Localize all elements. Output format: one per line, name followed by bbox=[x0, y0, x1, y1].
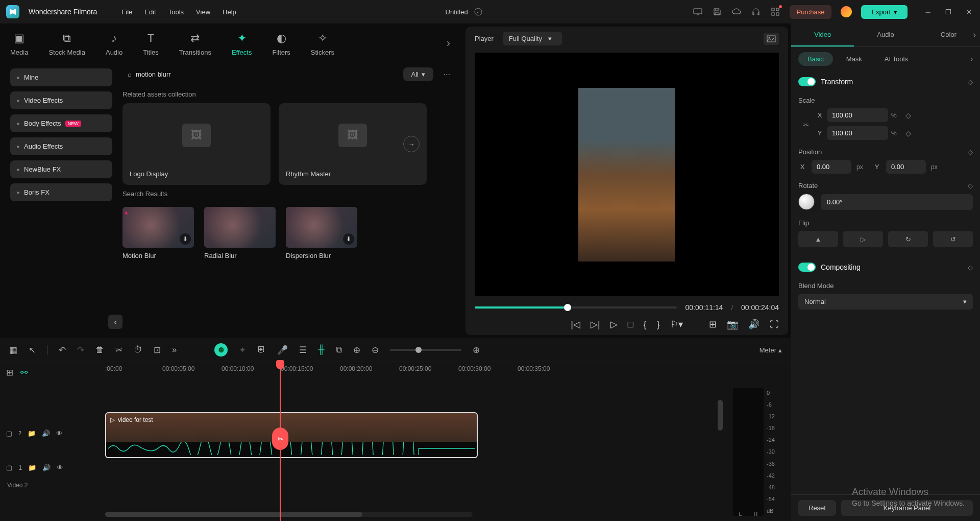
eye-icon[interactable]: 👁 bbox=[56, 430, 63, 437]
speaker-icon[interactable]: 🔊 bbox=[42, 464, 51, 471]
crop-icon[interactable]: ⊡ bbox=[154, 345, 161, 356]
keyframe-icon[interactable]: ◇ bbox=[905, 111, 911, 120]
mark-out-icon[interactable]: } bbox=[657, 319, 660, 330]
marker-icon[interactable]: ⚐▾ bbox=[670, 319, 683, 330]
menu-edit[interactable]: Edit bbox=[144, 8, 156, 16]
playhead[interactable]: ✂ bbox=[280, 362, 281, 521]
menu-file[interactable]: File bbox=[121, 8, 132, 16]
timeline-vscroll[interactable] bbox=[718, 400, 723, 431]
video-viewport[interactable] bbox=[475, 53, 779, 296]
card-next-icon[interactable]: → bbox=[403, 136, 420, 152]
meter-toggle[interactable]: Meter ▴ bbox=[760, 346, 782, 354]
subtab-next-icon[interactable]: › bbox=[971, 55, 973, 63]
result-dispersion-blur[interactable]: ⬇ Dispersion Blur bbox=[286, 207, 357, 259]
track-header-v2[interactable]: ▢2 📁 🔊 👁 bbox=[0, 408, 102, 458]
folder-icon[interactable]: 📁 bbox=[28, 430, 36, 437]
card-rhythm-master[interactable]: 🖼 Rhythm Master → bbox=[279, 103, 427, 185]
overlap-icon[interactable]: ⧉ bbox=[336, 345, 342, 355]
ribbon-next-icon[interactable]: › bbox=[447, 37, 450, 50]
lock-icon[interactable]: ⫘ bbox=[802, 121, 808, 128]
keyframe-icon[interactable]: ◇ bbox=[968, 148, 973, 156]
split-button[interactable]: ✂ bbox=[272, 428, 288, 450]
sidebar-newblue[interactable]: ▸NewBlue FX bbox=[10, 160, 112, 178]
transform-toggle[interactable] bbox=[798, 77, 816, 86]
fullscreen-icon[interactable]: ⛶ bbox=[770, 319, 779, 330]
thumbnail-icon[interactable] bbox=[764, 33, 779, 45]
purchase-button[interactable]: Purchase bbox=[790, 5, 832, 19]
delete-icon[interactable]: 🗑 bbox=[95, 345, 104, 355]
sidebar-collapse[interactable]: ‹ bbox=[108, 315, 122, 329]
pos-x-input[interactable] bbox=[812, 160, 851, 174]
link-icon[interactable]: ⚯ bbox=[20, 367, 28, 378]
sidebar-body-effects[interactable]: ▸Body EffectsNEW bbox=[10, 114, 112, 132]
menu-view[interactable]: View bbox=[196, 8, 210, 16]
folder-icon[interactable]: 📁 bbox=[28, 464, 36, 471]
display-icon[interactable] bbox=[693, 7, 703, 17]
sidebar-boris[interactable]: ▸Boris FX bbox=[10, 183, 112, 201]
speed-icon[interactable]: ⏱ bbox=[134, 345, 142, 355]
speaker-icon[interactable]: 🔊 bbox=[42, 430, 50, 437]
clip-video-for-test[interactable]: ▷video for test bbox=[105, 412, 478, 458]
eye-icon[interactable]: 👁 bbox=[57, 464, 63, 471]
menu-tools[interactable]: Tools bbox=[168, 8, 184, 16]
tab-audio[interactable]: Audio bbox=[854, 23, 917, 46]
insert-track-icon[interactable]: ⊞ bbox=[6, 367, 13, 378]
ribbon-filters[interactable]: ◐Filters bbox=[272, 31, 290, 56]
ribbon-stock-media[interactable]: ⧉Stock Media bbox=[48, 31, 85, 56]
mic-icon[interactable]: 🎤 bbox=[277, 345, 288, 356]
rotate-dial[interactable] bbox=[798, 194, 815, 210]
list-icon[interactable]: ☰ bbox=[299, 345, 307, 356]
time-ruler[interactable]: :00:00 00:00:05:00 00:00:10:00 00:00:15:… bbox=[102, 362, 791, 383]
zoom-out-icon[interactable]: ⊖ bbox=[372, 345, 379, 356]
grid-icon[interactable]: ▦ bbox=[9, 345, 17, 356]
undo-icon[interactable]: ↶ bbox=[59, 345, 66, 356]
zoom-in-icon[interactable]: ⊕ bbox=[473, 345, 480, 356]
avatar[interactable] bbox=[841, 6, 852, 17]
timeline-hscroll[interactable] bbox=[105, 512, 473, 517]
redo-icon[interactable]: ↷ bbox=[77, 345, 84, 356]
display-mode-icon[interactable]: ⊞ bbox=[709, 319, 717, 330]
keyframe-icon[interactable]: ◇ bbox=[905, 129, 911, 137]
keyframe-icon[interactable]: ◇ bbox=[968, 182, 973, 190]
zoom-slider[interactable] bbox=[390, 349, 461, 351]
ribbon-audio[interactable]: ♪Audio bbox=[106, 31, 122, 56]
card-logo-display[interactable]: 🖼 Logo Display bbox=[122, 103, 271, 185]
subtab-basic[interactable]: Basic bbox=[798, 52, 833, 66]
ribbon-transitions[interactable]: ⇄Transitions bbox=[179, 31, 211, 56]
more-icon[interactable]: ⋯ bbox=[439, 68, 454, 80]
flip-horizontal[interactable]: ▲ bbox=[798, 231, 838, 247]
sidebar-mine[interactable]: ▸Mine bbox=[10, 68, 112, 86]
sparkle-icon[interactable]: ✦ bbox=[239, 345, 246, 356]
compositing-toggle[interactable] bbox=[798, 263, 816, 272]
minimize-icon[interactable]: ─ bbox=[923, 7, 933, 17]
add-marker-icon[interactable]: ⊕ bbox=[353, 345, 360, 356]
flip-vertical[interactable]: ▷ bbox=[843, 231, 883, 247]
ribbon-stickers[interactable]: ✧Stickers bbox=[311, 31, 334, 56]
snapshot-icon[interactable]: 📷 bbox=[727, 319, 738, 330]
keyframe-icon[interactable]: ◇ bbox=[968, 78, 973, 86]
save-icon[interactable] bbox=[712, 7, 722, 17]
quality-select[interactable]: Full Quality▾ bbox=[503, 32, 562, 45]
save-status-icon[interactable] bbox=[473, 7, 483, 17]
filter-select[interactable]: All▾ bbox=[403, 67, 433, 81]
ribbon-media[interactable]: ▣Media bbox=[10, 31, 28, 56]
cut-icon[interactable]: ✂ bbox=[115, 345, 122, 356]
subtab-mask[interactable]: Mask bbox=[837, 52, 871, 66]
prev-frame-icon[interactable]: |◁ bbox=[571, 319, 580, 330]
subtab-aitools[interactable]: AI Tools bbox=[875, 52, 917, 66]
pos-y-input[interactable] bbox=[886, 160, 926, 174]
tab-video[interactable]: Video bbox=[791, 23, 854, 46]
more-tools-icon[interactable]: » bbox=[172, 345, 177, 355]
volume-icon[interactable]: 🔊 bbox=[748, 319, 760, 330]
maximize-icon[interactable]: ❐ bbox=[943, 7, 953, 17]
keyframe-icon[interactable]: ◇ bbox=[968, 264, 973, 271]
shield-icon[interactable]: ⛨ bbox=[257, 345, 266, 355]
apps-icon[interactable] bbox=[770, 7, 780, 17]
select-icon[interactable]: ↖ bbox=[29, 345, 36, 356]
blendmode-select[interactable]: Normal▾ bbox=[798, 294, 973, 310]
sidebar-video-effects[interactable]: ▸Video Effects bbox=[10, 91, 112, 109]
ribbon-titles[interactable]: TTitles bbox=[143, 31, 159, 56]
tab-color[interactable]: Color bbox=[917, 23, 980, 46]
mark-in-icon[interactable]: { bbox=[644, 319, 647, 330]
scale-y-input[interactable] bbox=[827, 126, 888, 140]
